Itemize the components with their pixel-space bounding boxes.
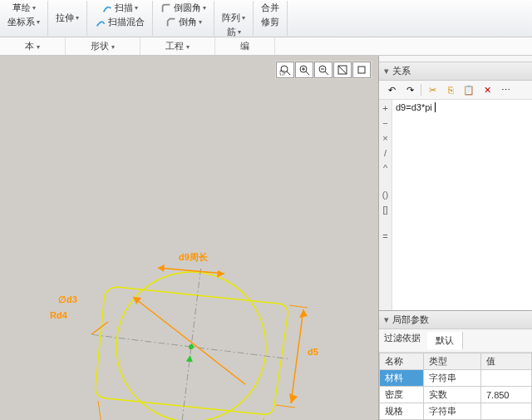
- dim-d4[interactable]: Rd4: [50, 310, 67, 320]
- dim-d3[interactable]: ∅d3: [58, 294, 77, 305]
- merge-btn[interactable]: 合并: [259, 1, 282, 15]
- plus-icon[interactable]: +: [382, 103, 387, 113]
- ribbon: 草绘▾ 坐标系▾ 拉伸▾ 扫描▾ 扫描混合 倒圆角▾ 倒角▾ 阵列▾ 筋▾ 合并…: [0, 0, 532, 37]
- sketch-btn[interactable]: 草绘▾: [10, 1, 38, 15]
- round-btn[interactable]: 倒圆角▾: [158, 1, 209, 15]
- svg-marker-30: [299, 309, 308, 318]
- svg-line-28: [289, 305, 308, 308]
- params-table: 名称 类型 值 材料字符串 密度实数7.850 规格字符串: [379, 353, 532, 420]
- collapse-icon: ▾: [384, 66, 389, 77]
- sweep-btn[interactable]: 扫描▾: [99, 1, 140, 15]
- zoom-in-icon[interactable]: [295, 62, 313, 78]
- undo-icon[interactable]: ↶: [384, 83, 399, 96]
- col-name[interactable]: 名称: [380, 353, 424, 370]
- tab-default[interactable]: 默认: [427, 332, 463, 349]
- svg-line-19: [181, 269, 200, 420]
- pattern-btn[interactable]: 阵列▾: [219, 11, 248, 25]
- filter-label: 过滤依据: [384, 332, 421, 349]
- sub-ribbon: 本 ▾ 形状 ▾ 工程 ▾ 编: [0, 37, 532, 56]
- col-type[interactable]: 类型: [423, 353, 480, 370]
- svg-marker-22: [158, 264, 165, 272]
- subtab-edit[interactable]: 编: [215, 37, 275, 55]
- dim-d9[interactable]: d9周长: [179, 251, 208, 264]
- svg-rect-17: [358, 67, 365, 73]
- collapse-icon: ▾: [384, 314, 389, 325]
- svg-line-27: [291, 309, 303, 403]
- chamfer-btn[interactable]: 倒角▾: [163, 15, 204, 29]
- div-icon[interactable]: /: [384, 148, 387, 158]
- subtab-eng[interactable]: 工程 ▾: [140, 37, 215, 55]
- svg-line-16: [338, 66, 347, 74]
- zoom-fit-icon[interactable]: [333, 62, 352, 78]
- relations-toolbar: ↶ ↷ ✂ ⎘ 📋 ✕ ⋯: [379, 81, 532, 100]
- svg-line-21: [158, 268, 224, 274]
- rel-sidebar: + − × / ^ () [] =: [379, 100, 392, 310]
- times-icon[interactable]: ×: [382, 133, 387, 143]
- coord-btn[interactable]: 坐标系▾: [5, 15, 42, 29]
- caret-icon[interactable]: ^: [383, 163, 387, 173]
- svg-line-33: [98, 401, 102, 420]
- model-canvas[interactable]: d9周长 ∅d3 Rd4 d5 d8变量: [0, 56, 378, 420]
- sweep-blend-btn[interactable]: 扫描混合: [92, 15, 147, 29]
- minus-icon[interactable]: −: [382, 118, 387, 128]
- paste-icon[interactable]: 📋: [461, 83, 476, 96]
- eq-icon[interactable]: =: [382, 231, 387, 241]
- svg-line-9: [306, 72, 309, 75]
- svg-line-26: [91, 322, 108, 334]
- table-row[interactable]: 材料字符串: [380, 370, 532, 387]
- svg-point-37: [189, 344, 195, 350]
- svg-marker-38: [186, 354, 194, 362]
- subtab-base[interactable]: 本 ▾: [0, 37, 66, 55]
- svg-marker-23: [217, 270, 224, 278]
- subtab-shape[interactable]: 形状 ▾: [66, 37, 140, 55]
- zoom-sel-icon[interactable]: [352, 62, 371, 78]
- redo-icon[interactable]: ↷: [402, 83, 417, 96]
- round-icon: [160, 2, 172, 14]
- svg-marker-25: [133, 297, 141, 304]
- bracket-icon[interactable]: []: [382, 205, 387, 215]
- sweep-blend-icon: [95, 17, 106, 28]
- copy-icon[interactable]: ⎘: [443, 83, 458, 96]
- chamfer-icon: [165, 17, 177, 28]
- zoom-out-icon[interactable]: [314, 62, 332, 78]
- relations-editor[interactable]: d9=d3*pi: [392, 100, 532, 310]
- local-params-panel: ▾局部参数 过滤依据 默认 名称 类型 值 材料字符串 密度实数7.850: [379, 310, 532, 420]
- delete-icon[interactable]: ✕: [480, 83, 495, 96]
- svg-line-24: [133, 297, 245, 384]
- sweep-icon: [101, 2, 113, 14]
- local-params-header[interactable]: ▾局部参数: [379, 311, 532, 329]
- svg-point-5: [281, 66, 288, 72]
- zoom-window-icon[interactable]: [276, 62, 294, 78]
- relations-header[interactable]: ▾关系: [379, 62, 532, 81]
- col-value[interactable]: 值: [480, 353, 531, 370]
- dim-d5[interactable]: d5: [308, 347, 318, 357]
- table-row[interactable]: 密度实数7.850: [380, 387, 532, 403]
- svg-line-6: [287, 72, 290, 75]
- svg-line-29: [276, 405, 295, 408]
- right-panel: ▾关系 ↶ ↷ ✂ ⎘ 📋 ✕ ⋯ + − × / ^ () [] =: [378, 56, 532, 420]
- sketch-graphics: d9周长 ∅d3 Rd4 d5 d8变量: [33, 230, 324, 420]
- svg-line-13: [325, 72, 328, 75]
- more-icon[interactable]: ⋯: [498, 83, 513, 96]
- cut-icon[interactable]: ✂: [425, 83, 440, 96]
- table-row[interactable]: 规格字符串: [380, 403, 532, 420]
- zoom-toolbar: [275, 61, 372, 79]
- paren-icon[interactable]: (): [382, 190, 388, 200]
- trim-btn[interactable]: 修剪: [259, 15, 282, 29]
- extrude-btn[interactable]: 拉伸▾: [53, 11, 81, 25]
